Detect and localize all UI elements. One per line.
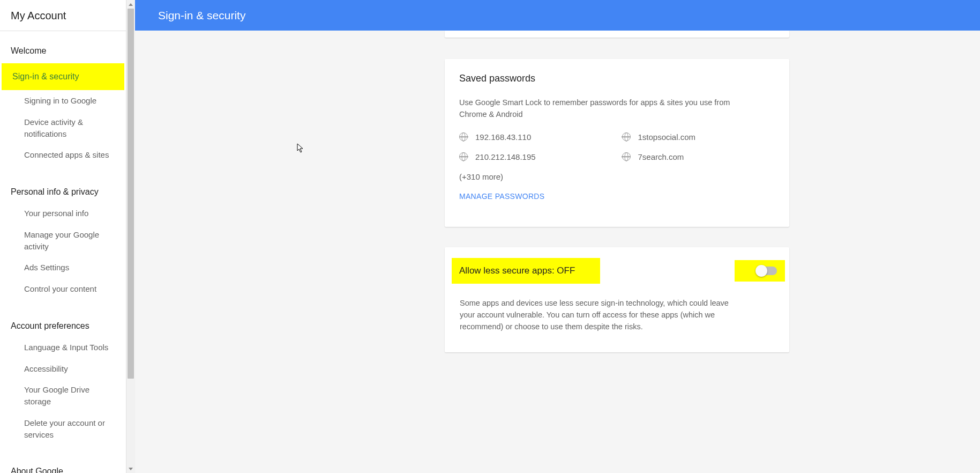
password-list: 192.168.43.110 1stopsocial.com 210.212.1… bbox=[459, 132, 775, 161]
nav-personal-info-privacy[interactable]: Personal info & privacy bbox=[0, 166, 126, 199]
nav-google-drive-storage[interactable]: Your Google Drive storage bbox=[0, 379, 126, 412]
nav-connected-apps-sites[interactable]: Connected apps & sites bbox=[0, 144, 126, 166]
scroll-down-icon[interactable] bbox=[126, 464, 135, 473]
nav-manage-google-activity[interactable]: Manage your Google activity bbox=[0, 224, 126, 257]
manage-passwords-link[interactable]: MANAGE PASSWORDS bbox=[459, 192, 775, 201]
password-item[interactable]: 210.212.148.195 bbox=[459, 152, 612, 161]
scrollbar-thumb[interactable] bbox=[128, 9, 134, 379]
sidebar-header: My Account bbox=[0, 0, 126, 31]
page-title: Sign-in & security bbox=[158, 9, 245, 22]
main-content: Saved passwords Use Google Smart Lock to… bbox=[135, 31, 980, 473]
topbar: Sign-in & security bbox=[135, 0, 980, 31]
saved-passwords-title: Saved passwords bbox=[459, 73, 775, 84]
card-previous-stub bbox=[445, 31, 789, 38]
nav-language-input-tools[interactable]: Language & Input Tools bbox=[0, 333, 126, 358]
less-secure-apps-desc: Some apps and devices use less secure si… bbox=[449, 284, 749, 332]
nav-ads-settings[interactable]: Ads Settings bbox=[0, 257, 126, 278]
nav-signing-in-to-google[interactable]: Signing in to Google bbox=[0, 90, 126, 112]
card-less-secure-apps: Allow less secure apps: OFF Some apps an… bbox=[445, 247, 789, 352]
globe-icon bbox=[622, 152, 631, 161]
nav-welcome[interactable]: Welcome bbox=[0, 46, 126, 63]
nav-about-google[interactable]: About Google bbox=[0, 445, 126, 473]
nav-your-personal-info[interactable]: Your personal info bbox=[0, 199, 126, 224]
globe-icon bbox=[459, 132, 468, 141]
saved-passwords-desc: Use Google Smart Lock to remember passwo… bbox=[459, 97, 759, 121]
globe-icon bbox=[622, 132, 631, 141]
password-item-label: 1stopsocial.com bbox=[638, 132, 696, 142]
toggle-knob bbox=[755, 265, 767, 277]
less-secure-apps-toggle-wrap bbox=[735, 260, 785, 282]
password-item-label: 210.212.148.195 bbox=[475, 152, 536, 161]
card-saved-passwords: Saved passwords Use Google Smart Lock to… bbox=[445, 59, 789, 227]
less-secure-apps-toggle[interactable] bbox=[757, 267, 777, 275]
sidebar-scrollbar[interactable] bbox=[126, 0, 135, 473]
password-item[interactable]: 192.168.43.110 bbox=[459, 132, 612, 142]
password-item-label: 192.168.43.110 bbox=[475, 132, 531, 142]
password-item-label: 7search.com bbox=[638, 152, 684, 161]
nav-device-activity-notifications[interactable]: Device activity & notifications bbox=[0, 112, 126, 145]
scroll-up-icon[interactable] bbox=[126, 0, 135, 9]
password-item[interactable]: 1stopsocial.com bbox=[622, 132, 775, 142]
nav-accessibility[interactable]: Accessibility bbox=[0, 358, 126, 380]
globe-icon bbox=[459, 152, 468, 161]
nav-control-your-content[interactable]: Control your content bbox=[0, 278, 126, 300]
less-secure-apps-title: Allow less secure apps: OFF bbox=[459, 265, 575, 276]
password-item[interactable]: 7search.com bbox=[622, 152, 775, 161]
nav-delete-account-services[interactable]: Delete your account or services bbox=[0, 412, 126, 446]
password-more-count: (+310 more) bbox=[459, 172, 775, 181]
less-secure-apps-title-wrap: Allow less secure apps: OFF bbox=[452, 258, 600, 284]
mouse-cursor-icon bbox=[297, 143, 305, 154]
sidebar-nav: Welcome Sign-in & security Signing in to… bbox=[0, 31, 126, 473]
nav-account-preferences[interactable]: Account preferences bbox=[0, 300, 126, 333]
sidebar: My Account Welcome Sign-in & security Si… bbox=[0, 0, 126, 473]
nav-signin-security[interactable]: Sign-in & security bbox=[2, 63, 124, 90]
